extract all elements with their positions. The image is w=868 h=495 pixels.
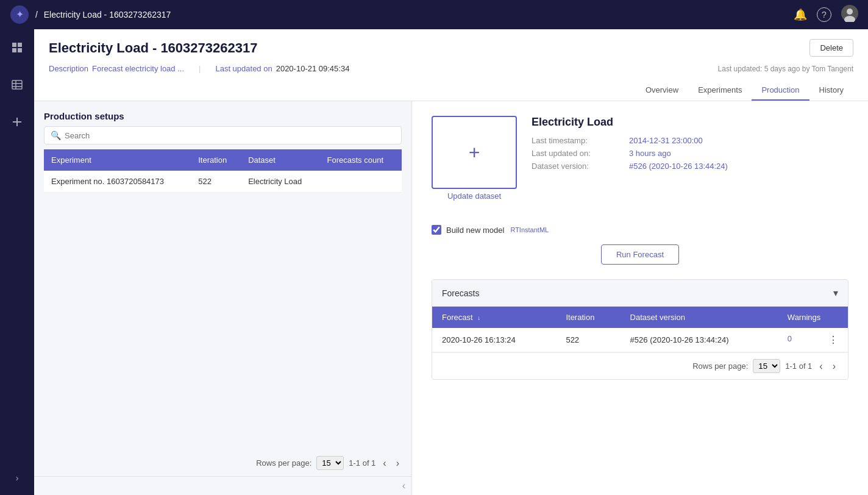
meta-row: Description Forecast electricity load ..… [49, 64, 853, 78]
forecasts-rows-label: Rows per page: [692, 361, 748, 371]
svg-text:✦: ✦ [16, 9, 24, 20]
search-bar[interactable]: 🔍 [44, 126, 402, 144]
next-page-button[interactable]: › [394, 457, 402, 470]
last-updated-on-value: 3 hours ago [629, 149, 671, 158]
info-row-timestamp: Last timestamp: 2014-12-31 23:00:00 [532, 136, 848, 145]
right-panel: + Update dataset Electricity Load Last t… [412, 101, 868, 495]
col-dataset: Dataset [241, 149, 319, 171]
fcell-dataset-version: #526 (2020-10-26 13:44:24) [621, 328, 778, 352]
page-header: Electricity Load - 1603273262317 Delete … [34, 29, 868, 101]
help-icon[interactable]: ? [817, 7, 831, 22]
tab-overview[interactable]: Overview [636, 80, 688, 101]
sidebar-icon-add[interactable] [6, 111, 28, 136]
svg-rect-9 [12, 80, 22, 89]
search-input[interactable] [65, 131, 395, 140]
left-pagination: Rows per page: 15 25 50 1-1 of 1 ‹ › [34, 450, 411, 476]
tab-history[interactable]: History [809, 80, 853, 101]
svg-rect-6 [18, 43, 22, 47]
page-title: Electricity Load - 1603273262317 [49, 40, 257, 56]
forecasts-next-button[interactable]: › [830, 360, 838, 373]
sidebar-icon-table[interactable] [6, 74, 28, 99]
rows-per-page-select[interactable]: 15 25 50 [316, 456, 344, 470]
more-options-icon[interactable]: ⋮ [828, 334, 838, 346]
warning-count: 0 [788, 334, 792, 343]
last-timestamp-value: 2014-12-31 23:00:00 [629, 136, 703, 145]
col-iteration: Iteration [191, 149, 241, 171]
forecasts-section: Forecasts ▾ Forecast ↓ Iteration Dataset… [432, 279, 848, 380]
cell-dataset: Electricity Load [241, 171, 319, 193]
page-info: 1-1 of 1 [349, 458, 375, 468]
build-model-checkbox-label[interactable]: Build new model RTInstantML [432, 225, 549, 235]
prev-page-button[interactable]: ‹ [380, 457, 388, 470]
fcell-warnings: 0 ⋮ [778, 328, 848, 352]
svg-rect-5 [12, 43, 16, 47]
run-forecast-button[interactable]: Run Forecast [601, 244, 679, 265]
sidebar-expand[interactable]: › [11, 468, 24, 488]
description-value: Forecast electricity load ... [92, 64, 184, 73]
forecasts-prev-button[interactable]: ‹ [817, 360, 825, 373]
tab-experiments[interactable]: Experiments [688, 80, 752, 101]
rows-per-page-label: Rows per page: [256, 458, 311, 468]
dataset-version-label: Dataset version: [532, 162, 629, 171]
left-panel: Production setups 🔍 Experiment Iteration… [34, 101, 412, 495]
description-label: Description [49, 64, 88, 73]
last-updated-on-label: Last updated on: [532, 149, 629, 158]
dataset-info: Electricity Load Last timestamp: 2014-12… [532, 116, 848, 174]
top-nav-icons: 🔔 ? [794, 5, 858, 25]
last-updated-label: Last updated on [215, 64, 272, 73]
fcol-iteration: Iteration [556, 307, 620, 328]
forecast-row[interactable]: 2020-10-26 16:13:24 522 #526 (2020-10-26… [432, 328, 848, 352]
forecasts-table: Forecast ↓ Iteration Dataset version War… [432, 307, 848, 352]
forecasts-title: Forecasts [442, 288, 479, 298]
cell-experiment: Experiment no. 1603720584173 [44, 171, 191, 193]
app-logo: ✦ [10, 5, 29, 24]
main-content: Electricity Load - 1603273262317 Delete … [34, 29, 868, 495]
collapse-icon[interactable]: ‹ [402, 480, 405, 491]
forecasts-page-info: 1-1 of 1 [785, 361, 812, 371]
meta-separator: | [199, 64, 201, 73]
update-dataset-link[interactable]: Update dataset [432, 191, 517, 201]
user-avatar[interactable] [841, 5, 858, 25]
tab-production[interactable]: Production [752, 80, 809, 101]
table-row[interactable]: Experiment no. 1603720584173 522 Electri… [44, 171, 402, 193]
dataset-section: + Update dataset Electricity Load Last t… [432, 116, 848, 201]
top-nav: ✦ / Electricity Load - 1603273262317 🔔 ? [0, 0, 868, 29]
body-split: Production setups 🔍 Experiment Iteration… [34, 101, 868, 495]
sidebar-icon-dashboard[interactable] [6, 37, 28, 62]
fcell-forecast: 2020-10-26 16:13:24 [432, 328, 556, 352]
cell-forecasts-count [320, 171, 402, 193]
sidebar: › [0, 29, 34, 495]
search-icon: 🔍 [51, 130, 61, 140]
production-setups-title: Production setups [34, 101, 411, 126]
svg-rect-7 [12, 48, 16, 52]
model-section: Build new model RTInstantML [432, 225, 848, 235]
forecasts-pagination: Rows per page: 15 25 50 1-1 of 1 ‹ › [432, 352, 848, 379]
production-table: Experiment Iteration Dataset Forecasts c… [44, 149, 402, 193]
left-panel-collapse: ‹ [34, 476, 411, 495]
fcol-dataset-version: Dataset version [621, 307, 778, 328]
rt-badge: RTInstantML [510, 226, 549, 233]
fcol-forecast[interactable]: Forecast ↓ [432, 307, 556, 328]
col-experiment: Experiment [44, 149, 191, 171]
plus-icon: + [469, 141, 480, 164]
fcol-warnings: Warnings [778, 307, 848, 328]
tabs: Overview Experiments Production History [49, 80, 853, 101]
meta-right-updated: Last updated: 5 days ago by Tom Tangent [718, 65, 853, 73]
svg-rect-8 [18, 48, 22, 52]
forecasts-header[interactable]: Forecasts ▾ [432, 280, 848, 307]
dataset-image-placeholder[interactable]: + [432, 116, 517, 189]
forecasts-rows-select[interactable]: 15 25 50 [753, 359, 780, 373]
cell-iteration: 522 [191, 171, 241, 193]
breadcrumb-text: Electricity Load - 1603273262317 [44, 10, 171, 20]
info-row-dataset-version: Dataset version: #526 (2020-10-26 13:44:… [532, 162, 848, 171]
notifications-icon[interactable]: 🔔 [794, 8, 807, 21]
chevron-down-icon: ▾ [833, 287, 838, 299]
build-model-label: Build new model [446, 226, 504, 235]
build-model-checkbox[interactable] [432, 225, 441, 235]
dataset-version-value: #526 (2020-10-26 13:44:24) [629, 162, 728, 171]
breadcrumb: / Electricity Load - 1603273262317 [35, 10, 794, 20]
production-table-container: Experiment Iteration Dataset Forecasts c… [44, 149, 402, 450]
delete-button[interactable]: Delete [809, 39, 853, 57]
fcell-iteration: 522 [556, 328, 620, 352]
last-timestamp-label: Last timestamp: [532, 136, 629, 145]
